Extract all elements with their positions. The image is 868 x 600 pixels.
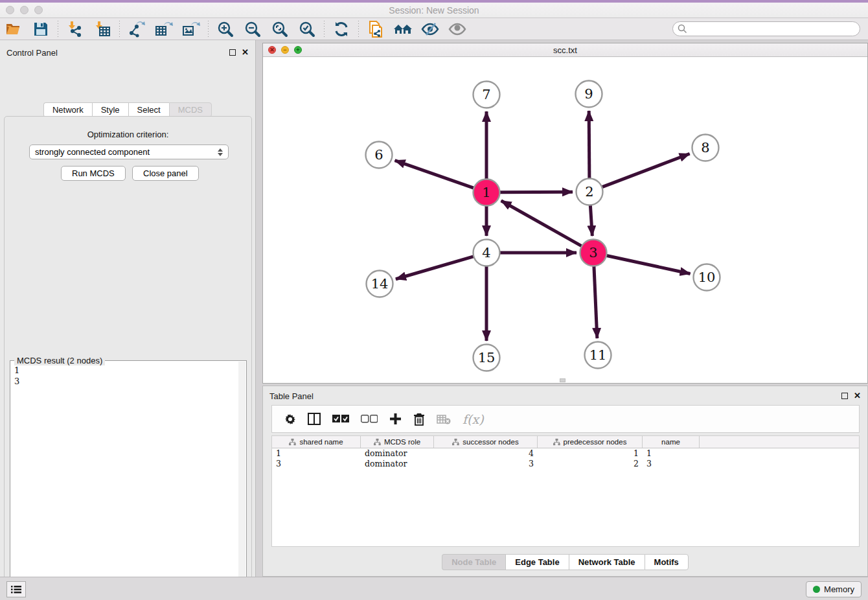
node-6[interactable]: 6 (366, 142, 393, 168)
zoom-out-icon[interactable] (242, 20, 264, 38)
export-image-icon[interactable] (180, 20, 202, 38)
select-all-checkboxes-icon[interactable] (332, 415, 349, 423)
column-header-predecessor-nodes[interactable]: predecessor nodes (538, 436, 643, 448)
node-1[interactable]: 1 (474, 179, 500, 206)
tab-motifs[interactable]: Motifs (645, 554, 689, 570)
export-network-icon[interactable] (126, 20, 148, 38)
node-8[interactable]: 8 (692, 135, 719, 161)
cell-successor-nodes[interactable]: 3 (434, 459, 538, 469)
toolbar-separator (208, 21, 209, 38)
edge-3-1[interactable] (501, 201, 582, 246)
function-builder-icon: f(x) (463, 412, 484, 426)
result-scrollbar[interactable] (238, 362, 246, 600)
edge-2-9[interactable] (589, 111, 589, 178)
network-canvas[interactable]: 7968124314101511 (263, 57, 867, 383)
save-session-icon[interactable] (30, 20, 52, 38)
close-panel-icon[interactable]: ✕ (854, 393, 861, 399)
close-panel-icon[interactable]: ✕ (242, 49, 249, 56)
node-14[interactable]: 14 (367, 271, 393, 297)
edge-1-2[interactable] (500, 192, 573, 192)
show-graphics-details-icon[interactable] (446, 20, 468, 38)
deselect-all-checkboxes-icon[interactable] (361, 415, 378, 423)
import-network-icon[interactable] (64, 20, 86, 38)
tab-mcds[interactable]: MCDS (169, 102, 212, 117)
node-7[interactable]: 7 (474, 82, 500, 108)
svg-text:2: 2 (585, 184, 593, 200)
edge-1-6[interactable] (395, 161, 474, 188)
cell-successor-nodes[interactable]: 4 (434, 448, 538, 459)
duplicate-network-icon[interactable] (365, 20, 387, 38)
network-graph: 7968124314101511 (263, 57, 867, 383)
node-2[interactable]: 2 (577, 179, 603, 205)
node-table[interactable]: shared nameMCDS rolesuccessor nodesprede… (271, 435, 860, 547)
float-panel-icon[interactable] (841, 393, 848, 399)
network-overview-icon[interactable] (392, 20, 414, 38)
import-table-icon[interactable] (91, 20, 113, 38)
application-window: Session: New Session (0, 0, 868, 600)
add-column-icon[interactable] (389, 413, 402, 425)
edge-2-3[interactable] (590, 205, 592, 236)
cell-predecessor-nodes[interactable]: 2 (538, 459, 643, 469)
column-header-shared-name[interactable]: shared name (272, 436, 361, 448)
svg-text:8: 8 (701, 140, 709, 156)
cell-MCDS-role[interactable]: dominator (361, 459, 434, 469)
tab-node-table[interactable]: Node Table (442, 554, 505, 570)
column-header-MCDS-role[interactable]: MCDS role (361, 436, 434, 448)
mcds-panel: Optimization criterion: strongly connect… (4, 116, 252, 600)
node-15[interactable]: 15 (474, 345, 500, 371)
tab-network[interactable]: Network (43, 102, 92, 117)
memory-button[interactable]: Memory (806, 581, 862, 597)
edge-3-11[interactable] (594, 266, 597, 338)
search-input[interactable] (672, 21, 860, 36)
panel-layout-columns-icon[interactable] (308, 413, 321, 425)
cell-shared-name[interactable]: 3 (272, 459, 361, 469)
delete-table-icon (437, 414, 451, 424)
node-3[interactable]: 3 (580, 240, 607, 266)
zoom-in-icon[interactable] (214, 20, 236, 38)
tab-style[interactable]: Style (92, 102, 128, 117)
cell-shared-name[interactable]: 1 (272, 448, 361, 459)
table-row[interactable]: 3dominator323 (272, 459, 859, 469)
task-history-button[interactable] (6, 581, 26, 597)
close-panel-button[interactable]: Close panel (132, 166, 199, 181)
criterion-select[interactable]: strongly connected component (29, 144, 229, 159)
column-header-label: MCDS role (384, 438, 420, 446)
toolbar-search (672, 21, 860, 36)
table-row[interactable]: 1dominator411 (272, 448, 859, 459)
table-panel: Table Panel ✕ (262, 386, 868, 577)
network-resize-grip[interactable] (560, 378, 565, 382)
hide-graphics-details-icon[interactable] (419, 20, 441, 38)
toolbar-separator (358, 21, 359, 38)
tab-select[interactable]: Select (128, 102, 169, 117)
network-window-titlebar[interactable]: ✕ − + scc.txt (263, 43, 867, 57)
edge-4-14[interactable] (396, 257, 474, 279)
column-header-name[interactable]: name (643, 436, 700, 448)
refresh-layout-icon[interactable] (330, 20, 352, 38)
table-panel-title: Table Panel (269, 391, 314, 401)
run-mcds-button[interactable]: Run MCDS (61, 166, 126, 181)
zoom-selected-icon[interactable] (296, 20, 318, 38)
column-header-successor-nodes[interactable]: successor nodes (434, 436, 538, 448)
toolbar-separator (58, 21, 58, 38)
tree-hierarchy-icon (452, 439, 459, 446)
edge-3-10[interactable] (607, 255, 691, 273)
open-folder-icon[interactable] (3, 20, 25, 38)
tab-network-table[interactable]: Network Table (569, 554, 645, 570)
node-9[interactable]: 9 (576, 81, 602, 108)
cell-name[interactable]: 1 (643, 448, 700, 459)
settings-gear-icon[interactable] (284, 413, 296, 425)
tab-edge-table[interactable]: Edge Table (505, 554, 568, 570)
panel-splitter[interactable] (257, 40, 262, 577)
cell-MCDS-role[interactable]: dominator (361, 448, 434, 459)
node-4[interactable]: 4 (474, 240, 500, 266)
float-panel-icon[interactable] (229, 49, 236, 56)
node-11[interactable]: 11 (585, 342, 611, 369)
zoom-fit-icon[interactable] (269, 20, 291, 38)
export-table-icon[interactable] (153, 20, 175, 38)
delete-column-icon[interactable] (413, 413, 425, 426)
cell-predecessor-nodes[interactable]: 1 (538, 448, 643, 459)
cell-name[interactable]: 3 (643, 459, 700, 469)
edge-2-8[interactable] (602, 154, 690, 187)
node-10[interactable]: 10 (694, 264, 720, 291)
control-panel-title: Control Panel (6, 48, 58, 58)
